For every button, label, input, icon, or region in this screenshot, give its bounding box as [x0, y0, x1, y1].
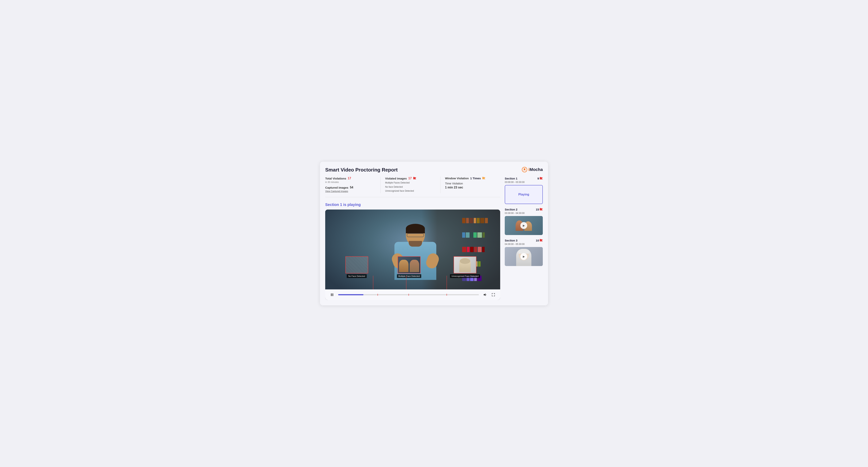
section-2-play-icon: ▶: [520, 222, 527, 229]
progress-bar-track[interactable]: [338, 294, 479, 295]
section-1-title: Section 1: [505, 177, 518, 180]
section-2-time: 03:30:00 - 04:30:00: [505, 212, 543, 215]
section-3-card[interactable]: Section 3 10 04:30:00 - 05:30:00 ▶: [505, 239, 543, 266]
violated-images-label: Violated images 17: [385, 177, 436, 180]
violation-duration: 1 min 23 sec: [445, 186, 496, 189]
progress-marker-2: [408, 294, 409, 296]
detection-box-unrec-face: Unrecognised Face Detected: [450, 256, 480, 278]
progress-marker-3: [446, 294, 447, 296]
section-1-badge: 9: [537, 177, 543, 180]
section-2-badge: 15: [536, 208, 543, 211]
section-3-play-icon: ▶: [520, 253, 527, 260]
controls-right: [482, 292, 496, 298]
total-violations-block: Total Violations 17 in 30 minutes Captur…: [325, 177, 380, 193]
captured-images-label: Captured images 54: [325, 186, 376, 189]
svg-marker-2: [484, 293, 486, 296]
section-3-time: 04:30:00 - 05:30:00: [505, 243, 543, 246]
window-violation-label: Window Violation 1 Times: [445, 177, 496, 180]
violated-images-details: Multiple Faces Detected No face Detected…: [385, 181, 436, 193]
time-violation-label: Time Violation: [445, 182, 496, 185]
section-2-card[interactable]: Section 2 15 03:30:00 - 04:30:00 ▶: [505, 208, 543, 235]
section-3-flag: [540, 239, 543, 242]
window-violation-block: Window Violation 1 Times Time Violation …: [445, 177, 500, 193]
section-playing-label: Section 1 is playing: [325, 203, 500, 207]
video-controls: [325, 289, 500, 300]
stats-row: Total Violations 17 in 30 minutes Captur…: [325, 177, 500, 197]
svg-rect-1: [333, 293, 333, 296]
page-title: Smart Video Proctoring Report: [325, 167, 500, 173]
multi-face-label: Multiple Face Detected: [397, 274, 422, 278]
section-3-title: Section 3: [505, 239, 518, 242]
section-1-card[interactable]: Section 1 9 03:00:00 - 03:30:00 Playing: [505, 177, 543, 204]
fullscreen-button[interactable]: [490, 292, 496, 298]
detection-boxes: No Face Detected Multiple Face Detected: [325, 256, 500, 278]
section-2-flag: [540, 208, 543, 211]
section-2-title: Section 2: [505, 208, 518, 211]
detection-box-no-face: No Face Detected: [345, 256, 368, 278]
unrec-face-label: Unrecognised Face Detected: [450, 274, 480, 278]
detection-box-multi-face: Multiple Face Detected: [397, 256, 422, 278]
sidebar: iMocha Section 1 9 03:00:00 - 03:30:00 P…: [505, 167, 543, 300]
main-content: Smart Video Proctoring Report Total Viol…: [325, 167, 500, 300]
total-violations-label: Total Violations 17: [325, 177, 376, 180]
video-wrapper: No Face Detected Multiple Face Detected: [325, 210, 500, 300]
imocha-logo-icon: [522, 167, 527, 172]
section-2-thumbnail[interactable]: ▶: [505, 216, 543, 235]
progress-marker-1: [377, 294, 378, 296]
no-face-label: No Face Detected: [347, 274, 367, 278]
flag-icon-yellow: [482, 177, 485, 180]
total-violations-sub: in 30 minutes: [325, 181, 376, 184]
volume-button[interactable]: [482, 292, 488, 298]
violated-images-block: Violated images 17 Multiple Faces Detect…: [385, 177, 440, 193]
section-1-flag: [540, 177, 543, 180]
logo-area: iMocha: [505, 167, 543, 172]
section-1-time: 03:00:00 - 03:30:00: [505, 181, 543, 184]
app-container: Smart Video Proctoring Report Total Viol…: [320, 162, 548, 305]
flag-icon-red: [413, 177, 416, 180]
video-frame: No Face Detected Multiple Face Detected: [325, 210, 500, 289]
section-3-thumbnail[interactable]: ▶: [505, 247, 543, 266]
section-1-playing-label: Playing: [505, 185, 542, 204]
progress-bar-fill: [338, 294, 364, 295]
section-1-thumbnail[interactable]: Playing: [505, 185, 543, 204]
svg-rect-0: [331, 293, 332, 296]
section-3-badge: 10: [536, 239, 543, 242]
logo-text: iMocha: [528, 167, 543, 172]
pause-button[interactable]: [329, 292, 335, 298]
view-captured-link[interactable]: View Captured images: [325, 190, 376, 193]
